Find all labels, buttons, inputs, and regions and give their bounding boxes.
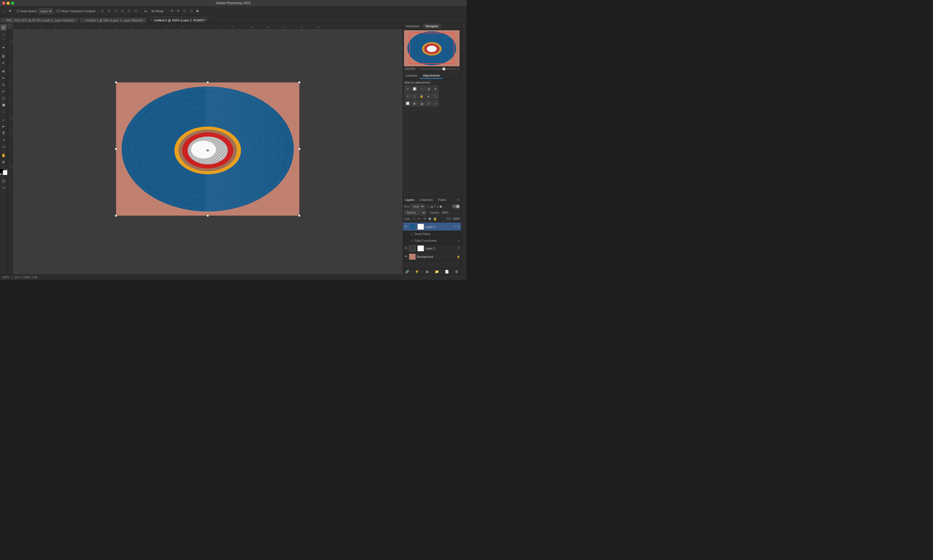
type-tool[interactable]: T [0,130,7,136]
adjustment-filter-icon[interactable]: ◑ [430,205,433,208]
levels-icon[interactable]: 📊 [412,86,418,92]
shape-filter-icon[interactable]: ▭ [436,205,439,208]
layer2-options-icon[interactable]: ⚙ [457,225,460,228]
color-balance-icon[interactable]: ⬡ [412,93,418,99]
blend-mode-select[interactable]: Normal [404,210,426,215]
close-button[interactable] [2,2,5,5]
align-bottom-button[interactable]: ⬡ [133,8,139,14]
eyedropper-tool[interactable]: ✐ [0,60,7,66]
pixel-filter-icon[interactable]: ⬡ [427,205,430,208]
posterize-icon[interactable]: ◧ [412,100,418,106]
vibrance-icon[interactable]: ▼ [432,86,438,92]
brightness-contrast-icon[interactable]: ☀ [405,86,411,92]
add-style-button[interactable]: ⚡ [415,269,419,274]
auto-select-dropdown[interactable]: Layer [39,8,53,14]
exposure-icon[interactable]: ◑ [426,86,432,92]
shape-tool[interactable]: ▭ [0,143,7,149]
smart-filters-item[interactable]: ⬡ Smart Filters [403,231,461,237]
brush-tool[interactable]: ✏ [0,75,7,81]
heal-tool[interactable]: ✙ [0,68,7,74]
threshold-icon[interactable]: ◪ [418,100,424,106]
histogram-tab[interactable]: Histogram [403,23,423,29]
lock-paint-button[interactable]: ✏ [417,217,421,221]
selective-color-icon[interactable]: ◫ [426,100,432,106]
hsl-icon[interactable]: ⊙ [405,93,411,99]
zoom-in-icon[interactable]: + [458,68,459,71]
transform-handle-middle-right[interactable] [298,148,301,150]
path-select-tool[interactable]: ↗ [0,137,7,143]
add-mask-button[interactable]: ◉ [424,269,430,274]
move-tool[interactable]: ✣ [0,25,7,31]
blur-tool[interactable]: ◌ [0,108,7,114]
color-lookup-icon[interactable]: ⬛ [432,93,438,99]
transform-handle-bottom-left[interactable] [115,214,117,217]
expand-panels-button[interactable]: ⟩ [462,25,466,29]
layer-item-background[interactable]: 👁 Background 🔒 [403,252,461,261]
lasso-tool[interactable]: ⌒ [0,38,7,44]
home-button[interactable]: ⌂ [2,8,6,14]
navigator-tab[interactable]: Navigator [423,23,441,29]
tab-untitled1[interactable]: × Untitled-1 @ 50% (Layer 1, Layer Mask/… [79,17,148,23]
curves-icon[interactable]: ∿ [418,86,424,92]
fill-tool[interactable]: ▣ [0,102,7,108]
smart-filter-icon[interactable]: ⬢ [440,205,442,208]
video-button[interactable]: ▶ [195,8,200,14]
crop-tool[interactable]: ⊞ [0,53,7,59]
lock-transparent-button[interactable]: ⬡ [412,217,416,221]
transform-controls-checkbox[interactable]: ✓ [57,9,60,12]
layer-list[interactable]: 👁 Layer 2 ⬡ ⚙ ⬡ Smart Filters ⊙ Polar Co… [403,223,461,268]
stamp-tool[interactable]: ⎘ [0,82,7,88]
channels-tab[interactable]: Channels [418,197,435,203]
tab-close-icon-2[interactable]: × [82,18,84,22]
pen-tool[interactable]: ✒ [0,123,7,129]
tab-close-icon-3[interactable]: × [151,18,152,22]
polar-settings-icon[interactable]: ⚙ [458,240,460,242]
align-middle-button[interactable]: ⬡ [126,8,132,14]
wand-tool[interactable]: ✦ [0,45,7,51]
3d-mode-button[interactable]: 3D Mode [150,8,165,14]
transform-handle-top-left[interactable] [115,81,117,83]
link-layers-button[interactable]: 🔗 [405,269,410,274]
align-left-button[interactable]: ⬡ [100,8,105,14]
invert-icon[interactable]: ⬜ [405,100,411,106]
minimize-button[interactable] [7,2,10,5]
zoom-out-icon[interactable]: − [418,68,420,71]
lock-all-button[interactable]: 🔒 [433,217,437,221]
align-right-button[interactable]: ⬡ [113,8,119,14]
photo-filter-icon[interactable]: 🔒 [418,93,424,99]
navigator-zoom-thumb[interactable] [443,68,446,71]
channel-mixer-icon[interactable]: ◈ [426,93,432,99]
quick-mask-button[interactable]: ◫ [0,178,7,184]
align-center-button[interactable]: ⬡ [106,8,112,14]
hand-tool[interactable]: ✋ [0,152,7,158]
canvas-area[interactable]: -4 -3 -2 -1 0 1 2 3 4 5 6 7 8 9 10 11 12… [7,23,403,274]
canvas-image[interactable] [116,82,299,215]
tab-img7813[interactable]: × IMG_7813.JPG @ 59.3% (Layer 2, Layer M… [0,17,79,23]
new-group-button[interactable]: 📁 [434,269,439,274]
kind-select[interactable]: Kind [411,204,425,209]
navigator-zoom-slider[interactable] [421,69,456,69]
type-filter-icon[interactable]: T [434,205,435,208]
arrange-button[interactable]: ⬡ [182,8,187,14]
polar-coordinates-item[interactable]: ⊙ Polar Coordinates ⚙ [403,237,461,244]
eraser-tool[interactable]: ◻ [0,95,7,101]
zoom-tool[interactable]: ⊕ [0,159,7,165]
transform-handle-bottom-right[interactable] [298,214,301,217]
select-tool[interactable]: ⬚ [0,31,7,37]
tab-untitled2[interactable]: × Untitled-2 @ 160% (Layer 2, RGB/8*) * [148,17,210,23]
transform-handle-bottom-center[interactable] [207,214,209,217]
layers-menu-button[interactable]: ≡ [456,197,461,202]
transform-handle-top-right[interactable] [298,81,301,83]
tab-close-icon[interactable]: × [3,18,5,22]
delete-layer-button[interactable]: 🗑 [454,269,459,274]
transform-handle-middle-left[interactable] [115,148,117,150]
transform-handle-top-center[interactable] [207,81,209,83]
auto-select-checkbox[interactable]: ✓ [17,9,20,12]
background-visibility-icon[interactable]: 👁 [404,255,408,258]
history-brush-tool[interactable]: ↩ [0,88,7,94]
new-layer-button[interactable]: 📄 [444,269,449,274]
layer-item-layer2[interactable]: 👁 Layer 2 ⬡ ⚙ [403,223,461,231]
default-colors-icon[interactable]: ◪ [0,172,2,175]
align-top-button[interactable]: ⬡ [120,8,125,14]
layer-item-layer1[interactable]: 👁 Layer 1 T [403,244,461,252]
